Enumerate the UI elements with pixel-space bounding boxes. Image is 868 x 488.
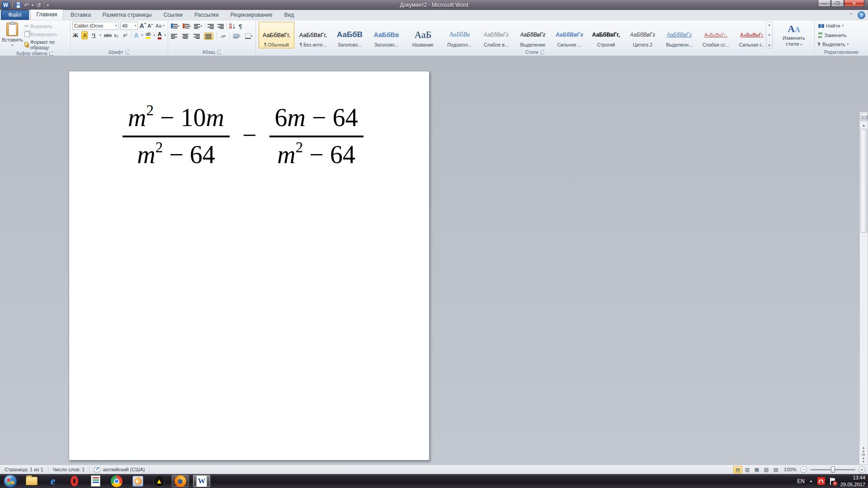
- align-center-button[interactable]: [181, 33, 190, 39]
- paste-button[interactable]: Вставить ▾: [2, 22, 23, 51]
- line-spacing-button[interactable]: ↕≡▾: [219, 33, 226, 39]
- clipboard-dialog-launcher-icon[interactable]: [49, 52, 53, 56]
- proofing-status[interactable]: английский (США): [90, 467, 149, 472]
- outline-view-icon[interactable]: ▧: [762, 466, 771, 474]
- taskbar-explorer[interactable]: [23, 475, 40, 487]
- avira-tray-icon[interactable]: [817, 477, 825, 485]
- gallery-up-icon[interactable]: ▲: [768, 23, 771, 26]
- font-color-dropdown-icon[interactable]: ▾: [164, 33, 166, 37]
- reading-view-icon[interactable]: ▥: [743, 466, 752, 474]
- zoom-in-button[interactable]: +: [859, 466, 865, 473]
- select-button[interactable]: Выделить▾: [818, 42, 866, 47]
- decrease-indent-button[interactable]: [207, 23, 215, 29]
- zoom-track[interactable]: [810, 469, 855, 470]
- tab-page-layout[interactable]: Разметка страницы: [97, 10, 158, 20]
- multilevel-list-button[interactable]: ▾: [193, 23, 203, 29]
- style-emphasis[interactable]: АаБбВвГгВыделение: [515, 22, 551, 48]
- select-dropdown-icon[interactable]: ▾: [847, 42, 849, 46]
- tab-references[interactable]: Ссылки: [158, 10, 189, 20]
- find-button[interactable]: Найти▾: [818, 23, 866, 28]
- tab-review[interactable]: Рецензирование: [225, 10, 278, 20]
- paste-dropdown-icon[interactable]: ▾: [12, 43, 14, 47]
- close-button[interactable]: ✕: [844, 0, 864, 7]
- taskbar-aimp[interactable]: ▲: [151, 475, 168, 487]
- equation[interactable]: m2 − 10m m2 − 64 − 6m − 64 m2 − 64: [123, 104, 363, 168]
- minimize-button[interactable]: —: [818, 0, 831, 7]
- replace-button[interactable]: abacЗаменить: [818, 32, 866, 38]
- tab-view[interactable]: Вид: [278, 10, 300, 20]
- borders-button[interactable]: ▾: [244, 33, 254, 39]
- grow-font-button[interactable]: Аˆ: [139, 22, 146, 29]
- underline-dropdown-icon[interactable]: ▾: [99, 33, 101, 37]
- draft-view-icon[interactable]: ▨: [771, 466, 780, 474]
- font-name-dropdown-icon[interactable]: ▾: [115, 24, 117, 28]
- scrollbar-thumb[interactable]: [861, 129, 867, 233]
- start-button[interactable]: [2, 475, 19, 487]
- font-size-dropdown-icon[interactable]: ▾: [135, 24, 137, 28]
- hidden-icons-icon[interactable]: ▲: [809, 479, 813, 483]
- highlight-dropdown-icon[interactable]: ▾: [153, 33, 155, 37]
- style-subtitle[interactable]: АаБбВвПодзагол...: [442, 22, 477, 48]
- style-intense-emphasis[interactable]: АаБбВвГгСильное ...: [552, 22, 587, 48]
- bold-button[interactable]: Ж: [72, 32, 79, 39]
- find-dropdown-icon[interactable]: ▾: [842, 24, 844, 28]
- gallery-down-icon[interactable]: ▼: [768, 33, 771, 37]
- style-subtle-reference[interactable]: АаБбВвГг,Слабая сс...: [698, 22, 734, 48]
- style-strong[interactable]: АаБбВвГг,Строгий: [588, 22, 624, 48]
- help-icon[interactable]: ?: [858, 11, 865, 19]
- document-page[interactable]: m2 − 10m m2 − 64 − 6m − 64 m2 − 64: [69, 71, 429, 460]
- sort-button[interactable]: АЯ↓: [228, 22, 237, 31]
- change-case-dropdown-icon[interactable]: ▾: [163, 24, 165, 28]
- taskbar-media-player[interactable]: ▶: [129, 475, 146, 487]
- taskbar-internet-explorer[interactable]: e: [44, 475, 61, 487]
- word-count[interactable]: Число слов: 1: [48, 467, 90, 472]
- paragraph-dialog-launcher-icon[interactable]: [217, 50, 222, 54]
- taskbar-opera[interactable]: [66, 475, 83, 487]
- previous-page-icon[interactable]: ▲▲: [862, 446, 865, 452]
- text-highlight-button[interactable]: ab: [146, 32, 151, 39]
- style-no-spacing[interactable]: АаБбВвГг,¶ Без инте...: [295, 22, 331, 48]
- strikethrough-button[interactable]: abc: [104, 33, 110, 38]
- italic-button[interactable]: К: [81, 31, 88, 39]
- style-quote2[interactable]: АаБбВвГгЦитата 2: [625, 22, 660, 48]
- font-color-button[interactable]: А: [158, 32, 162, 39]
- style-heading2[interactable]: АаБбВвЗаголово...: [368, 22, 404, 48]
- restore-button[interactable]: ❐: [831, 0, 844, 7]
- font-size-combobox[interactable]: 48▾: [120, 22, 138, 30]
- bullet-dropdown-icon[interactable]: ▾: [178, 24, 179, 28]
- style-normal[interactable]: АаБбВвГг,¶ Обычный: [259, 22, 294, 48]
- action-center-flag-icon[interactable]: ✕: [830, 478, 836, 485]
- numbered-dropdown-icon[interactable]: ▾: [189, 24, 191, 28]
- zoom-level[interactable]: 100%: [784, 467, 797, 472]
- gallery-more-icon[interactable]: ▼̄: [768, 44, 771, 47]
- format-painter-button[interactable]: Формат по образцу: [23, 39, 68, 51]
- page-indicator[interactable]: Страница: 1 из 1: [0, 467, 48, 472]
- tab-home[interactable]: Главная: [30, 9, 64, 20]
- tab-insert[interactable]: Вставка: [65, 10, 97, 20]
- taskbar-chrome[interactable]: [108, 475, 125, 487]
- web-layout-view-icon[interactable]: ▦: [752, 466, 761, 474]
- font-name-combobox[interactable]: Calibri (Осно▾: [72, 22, 119, 30]
- change-styles-button[interactable]: АА Изменить стили ▾: [774, 22, 813, 48]
- ruler-toggle-icon[interactable]: [860, 113, 868, 121]
- taskbar-firefox[interactable]: [172, 475, 189, 487]
- shrink-font-button[interactable]: Аˇ: [147, 23, 153, 28]
- subscript-button[interactable]: x₂: [113, 33, 119, 38]
- style-title[interactable]: АаБНазвание: [405, 22, 441, 48]
- change-case-button[interactable]: Аа▾: [154, 23, 166, 29]
- next-page-icon[interactable]: ▼▼: [862, 457, 865, 463]
- line-spacing-dropdown-icon[interactable]: ▾: [224, 34, 226, 38]
- tab-mailings[interactable]: Рассылки: [189, 10, 225, 20]
- underline-button[interactable]: Ч: [90, 32, 97, 39]
- text-effects-dropdown-icon[interactable]: ▾: [142, 33, 143, 37]
- language-indicator[interactable]: EN: [797, 478, 805, 484]
- tab-file[interactable]: Файл: [1, 10, 29, 20]
- style-subtle-emphasis[interactable]: АаБбВвГгСлабое в...: [478, 22, 514, 48]
- show-marks-button[interactable]: ¶: [238, 23, 243, 30]
- print-layout-view-icon[interactable]: ▤: [733, 466, 742, 474]
- style-heading1[interactable]: АаБбВЗаголово...: [332, 22, 368, 48]
- taskbar-word[interactable]: W: [193, 475, 210, 487]
- superscript-button[interactable]: x²: [122, 33, 128, 38]
- styles-dialog-launcher-icon[interactable]: [541, 50, 545, 54]
- copy-button[interactable]: Копировать: [23, 31, 68, 38]
